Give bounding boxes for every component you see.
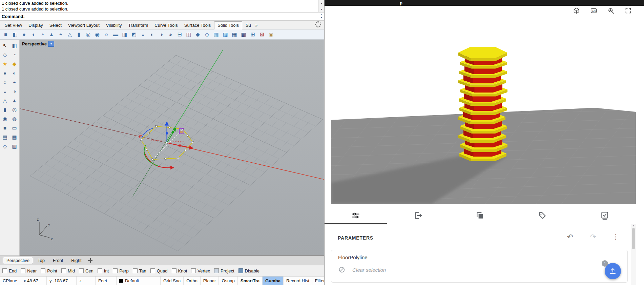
viewport-tab-front[interactable]: Front (49, 257, 67, 264)
round-hole-icon[interactable]: ⊠ (257, 30, 266, 39)
osnap-checkbox-tan[interactable] (133, 268, 138, 273)
cylinder-icon[interactable]: ▮ (1, 106, 9, 114)
pointer-icon[interactable]: ↖ (1, 42, 9, 49)
menu-tab-solid-tools[interactable]: Solid Tools (214, 21, 242, 29)
clear-selection-button[interactable]: Clear selection (338, 266, 386, 273)
marquee-select-icon[interactable]: ◧ (10, 42, 19, 49)
slab-icon[interactable]: ▬ (111, 30, 120, 39)
ellipse-icon[interactable]: ◒ (1, 87, 9, 95)
status-y[interactable]: y -108.67 (47, 277, 77, 285)
tab-tags[interactable] (511, 207, 574, 224)
history-dropdown-icon[interactable]: ▾ (321, 1, 322, 6)
osnap-checkbox-knot[interactable] (172, 268, 176, 273)
scrollbar-up-icon[interactable]: ▲ (631, 224, 636, 227)
tab-overflow-chevron[interactable]: » (254, 22, 258, 29)
status-toggle-grid-sna[interactable]: Grid Sna (161, 277, 184, 285)
viewport-pan-cross-icon[interactable] (88, 258, 92, 263)
cone-icon[interactable]: △ (1, 97, 9, 104)
array-icon[interactable]: ▦ (230, 30, 239, 39)
osnap-checkbox-cen[interactable] (79, 268, 84, 273)
paraboloid-icon[interactable]: ◔ (38, 30, 47, 39)
menu-tab-set-view[interactable]: Set View (2, 22, 25, 29)
pyramid-icon[interactable]: △ (65, 30, 74, 39)
box-icon[interactable]: ■ (1, 124, 9, 132)
history-scrollbar[interactable]: ▾ ▾ (318, 0, 324, 12)
tab-layers[interactable] (449, 207, 512, 224)
spinner-down-icon[interactable]: ▾ (321, 16, 322, 19)
viewport-tab-top[interactable]: Top (34, 257, 48, 264)
light-icon[interactable]: ◇ (1, 142, 9, 150)
osnap-checkbox-point[interactable] (41, 268, 45, 273)
status-units[interactable]: Feet (96, 277, 117, 285)
spinner-up-icon[interactable]: ▴ (321, 13, 322, 16)
mug-icon[interactable]: ◉ (267, 30, 275, 39)
edge-softening-icon[interactable]: ▧ (212, 30, 221, 39)
wirecut-icon[interactable]: ▨ (221, 30, 230, 39)
torus-icon[interactable]: ◉ (1, 115, 9, 123)
arc-icon[interactable]: ◓ (10, 78, 19, 86)
plane-icon[interactable]: ▭ (10, 124, 19, 132)
sphere-icon[interactable]: ● (1, 69, 9, 77)
scrollbar[interactable]: ▲ (631, 224, 636, 285)
osnap-perp[interactable]: Perp (113, 268, 128, 273)
tab-checklist[interactable] (574, 207, 636, 224)
status-layer[interactable]: Default (117, 277, 161, 285)
move-icon[interactable]: ◇ (1, 51, 9, 59)
menu-tab-display[interactable]: Display (25, 22, 46, 29)
hemisphere-icon[interactable]: ◐ (10, 69, 19, 77)
tube-icon[interactable]: ◎ (84, 30, 92, 39)
snap-star-icon[interactable]: ★ (1, 60, 9, 68)
shell-icon[interactable]: ◫ (184, 30, 193, 39)
pencil-icon[interactable]: ◆ (10, 60, 19, 68)
tube-icon[interactable]: ◎ (10, 106, 19, 114)
osnap-checkbox-end[interactable] (2, 268, 7, 273)
menu-tab-select[interactable]: Select (46, 22, 65, 29)
status-cplane[interactable]: CPlane (0, 277, 21, 285)
status-toggle-record-hist[interactable]: Record Hist (284, 277, 312, 285)
curve-icon[interactable]: ◑ (10, 87, 19, 95)
osnap-checkbox-perp[interactable] (113, 268, 118, 273)
osnap-end[interactable]: End (2, 268, 17, 273)
more-options-button[interactable]: ⋮ (612, 233, 619, 241)
torus-icon[interactable]: ○ (102, 30, 111, 39)
boolean-split-icon[interactable]: ⊟ (175, 30, 184, 39)
viewport-tab-right[interactable]: Right (67, 257, 85, 264)
osnap-near[interactable]: Near (21, 268, 37, 273)
status-toggle-ortho[interactable]: Ortho (184, 277, 201, 285)
toolbar-options-gear-icon[interactable] (315, 21, 321, 27)
box-corner-icon[interactable]: ◧ (11, 30, 19, 39)
boolean-difference-icon[interactable]: ◑ (157, 30, 166, 39)
menu-tab-surface-tools[interactable]: Surface Tools (181, 22, 214, 29)
osnap-checkbox-int[interactable] (98, 268, 102, 273)
clipping-plane-icon[interactable]: ▧ (10, 142, 19, 150)
osnap-knot[interactable]: Knot (172, 268, 187, 273)
tab-parameters[interactable] (325, 207, 387, 224)
status-toggle-osnap[interactable]: Osnap (219, 277, 237, 285)
sphere-icon[interactable]: ● (20, 30, 28, 39)
shade-icon[interactable]: ▤ (1, 133, 9, 141)
command-input[interactable]: Command: ▴ ▾ (0, 13, 324, 21)
menu-tab-visibility[interactable]: Visibility (103, 22, 125, 29)
viewport-menu-button[interactable]: ▾ (48, 41, 54, 47)
boolean-intersection-icon[interactable]: ◕ (166, 30, 175, 39)
osnap-int[interactable]: Int (98, 268, 109, 273)
menu-tab-curve-tools[interactable]: Curve Tools (151, 22, 181, 29)
redo-button[interactable]: ↷ (590, 233, 596, 241)
box-icon[interactable]: ■ (1, 30, 10, 39)
osnap-checkbox-project[interactable] (214, 268, 219, 273)
array-polar-icon[interactable]: ▩ (239, 30, 248, 39)
truncated-cone-icon[interactable]: ◓ (56, 30, 65, 39)
osnap-checkbox-quad[interactable] (150, 268, 155, 273)
osnap-checkbox-disable[interactable] (238, 268, 243, 273)
ellipsoid-icon[interactable]: ◖ (29, 30, 38, 39)
cap-holes-icon[interactable]: ◒ (139, 30, 147, 39)
osnap-point[interactable]: Point (41, 268, 57, 273)
viewer-3d-canvas[interactable] (331, 7, 636, 204)
cylinder-icon[interactable]: ▮ (75, 30, 83, 39)
status-toggle-planar[interactable]: Planar (201, 277, 219, 285)
viewport-canvas[interactable]: z y x (20, 40, 324, 255)
osnap-mid[interactable]: Mid (61, 268, 75, 273)
circle-icon[interactable]: ○ (1, 78, 9, 86)
tower-model[interactable] (458, 47, 507, 161)
menu-tab-transform[interactable]: Transform (125, 22, 151, 29)
